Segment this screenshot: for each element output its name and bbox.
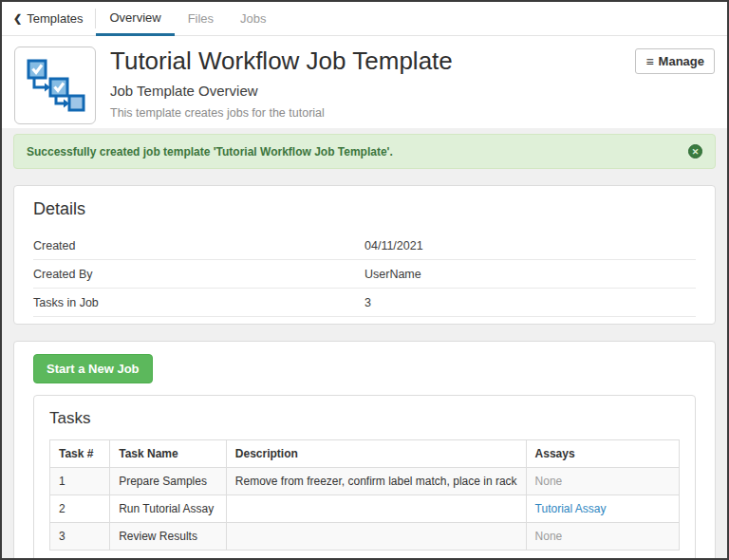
manage-button-label: Manage — [659, 54, 704, 68]
detail-row-tasks-in-job: Tasks in Job 3 — [33, 289, 696, 317]
title-block: Tutorial Workflow Job Template Job Templ… — [110, 47, 635, 128]
workflow-icon — [25, 57, 85, 114]
back-to-templates-link[interactable]: ❮ Templates — [11, 2, 95, 35]
task-description-cell — [226, 523, 526, 551]
table-row: 3 Review Results None — [50, 523, 680, 551]
detail-label: Created — [33, 239, 364, 252]
detail-value: 3 — [364, 296, 696, 309]
column-header-task-num: Task # — [50, 440, 110, 468]
detail-value: UserName — [364, 268, 696, 281]
menu-icon: ≡ — [645, 55, 653, 68]
success-alert-message: Successfully created job template 'Tutor… — [27, 145, 393, 159]
chevron-left-icon: ❮ — [13, 12, 22, 25]
detail-value: 04/11/2021 — [364, 239, 696, 252]
column-header-assays: Assays — [526, 440, 679, 468]
workflow-template-icon — [14, 47, 96, 124]
tab-files[interactable]: Files — [175, 2, 227, 35]
job-panel: Start a New Job Tasks Task # Task Name D… — [13, 341, 716, 558]
details-panel: Details Created 04/11/2021 Created By Us… — [13, 185, 716, 325]
back-link-label: Templates — [27, 11, 83, 26]
manage-button[interactable]: ≡ Manage — [635, 48, 715, 74]
task-name-cell: Prepare Samples — [110, 468, 227, 495]
column-header-description: Description — [226, 440, 526, 468]
app-window: ❮ Templates Overview Files Jobs — [0, 0, 729, 560]
tab-label: Jobs — [240, 11, 266, 26]
task-description-cell: Remove from freezer, confirm label match… — [226, 468, 526, 495]
success-alert: Successfully created job template 'Tutor… — [13, 134, 716, 169]
task-num-cell: 3 — [50, 523, 110, 551]
tasks-title: Tasks — [49, 409, 680, 428]
detail-row-created: Created 04/11/2021 — [33, 232, 696, 260]
page-title: Tutorial Workflow Job Template — [110, 47, 635, 76]
close-icon[interactable]: ✕ — [688, 144, 702, 159]
tab-label: Files — [188, 11, 214, 26]
tasks-panel: Tasks Task # Task Name Description Assay… — [33, 395, 696, 558]
details-title: Details — [33, 199, 696, 219]
task-assay-cell: None — [526, 523, 679, 551]
task-assay-cell: None — [526, 468, 679, 495]
detail-label: Created By — [33, 268, 364, 281]
task-num-cell: 1 — [50, 468, 110, 495]
tab-label: Overview — [109, 10, 160, 25]
tab-jobs[interactable]: Jobs — [227, 2, 279, 35]
detail-label: Tasks in Job — [33, 296, 364, 309]
table-row: 1 Prepare Samples Remove from freezer, c… — [50, 468, 680, 495]
page-subtitle: Job Template Overview — [110, 83, 635, 99]
tasks-table: Task # Task Name Description Assays 1 Pr… — [49, 439, 680, 551]
page-header: Tutorial Workflow Job Template Job Templ… — [2, 36, 727, 128]
tasks-table-header-row: Task # Task Name Description Assays — [50, 440, 680, 468]
column-header-task-name: Task Name — [110, 440, 227, 468]
page-content: Successfully created job template 'Tutor… — [2, 128, 727, 558]
detail-row-created-by: Created By UserName — [33, 260, 696, 289]
tutorial-assay-link[interactable]: Tutorial Assay — [526, 495, 679, 523]
tab-bar: ❮ Templates Overview Files Jobs — [2, 2, 727, 36]
task-name-cell: Run Tutorial Assay — [110, 495, 227, 523]
task-name-cell: Review Results — [110, 523, 227, 551]
task-description-cell — [226, 495, 526, 523]
task-num-cell: 2 — [50, 495, 110, 523]
table-row: 2 Run Tutorial Assay Tutorial Assay — [50, 495, 680, 523]
template-description: This template creates jobs for the tutor… — [110, 106, 635, 120]
tab-overview[interactable]: Overview — [96, 2, 174, 36]
start-new-job-button[interactable]: Start a New Job — [33, 354, 153, 383]
